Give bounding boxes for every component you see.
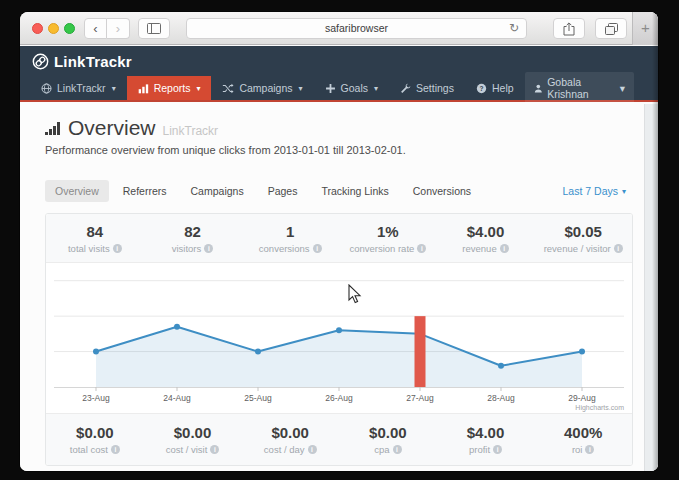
stats-row-bottom: $0.00total costi$0.00cost / visiti$0.00c… (46, 413, 632, 465)
page-title: Overview (68, 116, 156, 140)
stat-cost-day: $0.00cost / dayi (241, 414, 339, 465)
stat-visitors: 82visitorsi (144, 214, 242, 262)
info-icon[interactable]: i (417, 244, 426, 253)
nav-item-campaigns[interactable]: Campaigns▾ (211, 76, 313, 100)
brand-text: LinkTrackr (54, 53, 132, 70)
nav-item-label: LinkTrackr (57, 82, 106, 94)
date-range-selector[interactable]: Last 7 Days ▾ (563, 185, 626, 197)
shuffle-icon (222, 83, 234, 94)
web-content: LinkTrackr LinkTrackr▾Reports▾Campaigns▾… (20, 46, 658, 471)
caret-down-icon: ▾ (112, 84, 116, 93)
link-logo-icon (32, 53, 49, 70)
forward-button[interactable]: › (107, 18, 130, 39)
tab-conversions[interactable]: Conversions (403, 180, 481, 202)
scrollbar-track[interactable] (644, 104, 658, 471)
info-icon[interactable]: i (210, 445, 219, 454)
info-icon[interactable]: i (614, 244, 623, 253)
info-icon[interactable]: i (204, 244, 213, 253)
stat-label: roii (572, 444, 595, 455)
stat-label: revenue / visitori (544, 243, 623, 254)
chart-point-28-Aug[interactable] (498, 363, 504, 369)
tab-overview[interactable]: Overview (45, 180, 109, 202)
nav-item-reports[interactable]: Reports▾ (127, 76, 212, 100)
stat-roi: 400%roii (534, 414, 632, 465)
address-bar[interactable]: safaribrowser ↻ (186, 18, 527, 39)
nav-item-label: Goals (341, 82, 368, 94)
stat-revenue-visitor: $0.05revenue / visitori (534, 214, 632, 262)
back-button[interactable]: ‹ (84, 18, 107, 39)
nav-item-linktrackr[interactable]: LinkTrackr▾ (30, 76, 127, 100)
stat-value: 1% (377, 223, 399, 240)
chart-point-26-Aug[interactable] (336, 327, 342, 333)
highcharts-plot: 23-Aug24-Aug25-Aug26-Aug27-Aug28-Aug29-A… (46, 263, 632, 413)
sidebar-toggle-button[interactable] (138, 18, 170, 39)
tabs-icon (605, 23, 618, 35)
stat-label-text: revenue / visitor (544, 243, 611, 254)
stat-value: $0.05 (564, 223, 602, 240)
back-icon: ‹ (93, 19, 97, 38)
stat-label-text: visitors (172, 243, 202, 254)
page-subtitle: Performance overview from unique clicks … (45, 144, 406, 156)
nav-item-label: Settings (416, 82, 454, 94)
info-icon[interactable]: i (111, 445, 120, 454)
info-icon[interactable]: i (493, 445, 502, 454)
stat-label-text: revenue (462, 243, 496, 254)
caret-down-icon: ▾ (299, 84, 303, 93)
close-window-button[interactable] (32, 23, 43, 34)
stats-row-top: 84total visitsi82visitorsi1conversionsi1… (46, 214, 632, 263)
stat-value: 1 (286, 223, 294, 240)
chart-x-label: 25-Aug (244, 393, 272, 403)
chart-column-27-Aug[interactable] (415, 316, 426, 387)
address-text: safaribrowser (325, 22, 388, 34)
chart-point-24-Aug[interactable] (174, 324, 180, 330)
sidebar-icon (147, 23, 161, 34)
info-icon[interactable]: i (308, 445, 317, 454)
chart-credit[interactable]: Highcharts.com (575, 404, 624, 412)
nav-item-help[interactable]: ?Help (465, 76, 525, 100)
nav-item-goals[interactable]: Goals▾ (314, 76, 389, 100)
caret-down-icon: ▾ (622, 187, 626, 196)
nav-item-settings[interactable]: Settings (389, 76, 465, 100)
stat-label: cost / dayi (264, 444, 317, 455)
settings-icon (400, 83, 411, 94)
zoom-window-button[interactable] (64, 23, 75, 34)
reload-icon[interactable]: ↻ (509, 19, 519, 38)
tabs-overview-button[interactable] (595, 18, 627, 39)
mouse-cursor (348, 284, 362, 304)
info-icon[interactable]: i (313, 244, 322, 253)
tab-referrers[interactable]: Referrers (113, 180, 177, 202)
stat-label-text: cost / visit (166, 444, 208, 455)
stat-label: profiti (469, 444, 502, 455)
stat-label-text: profit (469, 444, 490, 455)
tab-tracking-links[interactable]: Tracking Links (311, 180, 398, 202)
stat-cpa: $0.00cpai (339, 414, 437, 465)
info-icon[interactable]: i (113, 244, 122, 253)
stat-value: 84 (86, 223, 103, 240)
info-icon[interactable]: i (585, 445, 594, 454)
stat-revenue: $4.00revenuei (437, 214, 535, 262)
app-logo[interactable]: LinkTrackr (32, 53, 132, 70)
caret-down-icon: ▾ (620, 82, 625, 94)
info-icon[interactable]: i (500, 244, 509, 253)
new-tab-button[interactable]: + (632, 12, 658, 45)
chart-point-23-Aug[interactable] (93, 349, 99, 355)
page-title-suffix: LinkTrackr (163, 124, 219, 138)
browser-window: ‹ › safaribrowser ↻ (20, 12, 658, 471)
chart-point-25-Aug[interactable] (255, 349, 261, 355)
date-range-label: Last 7 Days (563, 185, 618, 197)
nav-item-label: Help (492, 82, 514, 94)
page-header: Overview LinkTrackr Performance overview… (45, 116, 406, 156)
chart-point-29-Aug[interactable] (579, 349, 585, 355)
tab-campaigns[interactable]: Campaigns (181, 180, 254, 202)
history-nav-group: ‹ › (84, 18, 130, 39)
nav-item-label: Reports (154, 82, 191, 94)
user-menu[interactable]: Gobala Krishnan ▾ (525, 72, 634, 104)
stat-label-text: cpa (374, 444, 389, 455)
minimize-window-button[interactable] (48, 23, 59, 34)
stat-conversion-rate: 1%conversion ratei (339, 214, 437, 262)
tab-pages[interactable]: Pages (258, 180, 308, 202)
info-icon[interactable]: i (393, 445, 402, 454)
stat-label: cost / visiti (166, 444, 220, 455)
stat-profit: $4.00profiti (437, 414, 535, 465)
share-button[interactable] (553, 18, 585, 39)
